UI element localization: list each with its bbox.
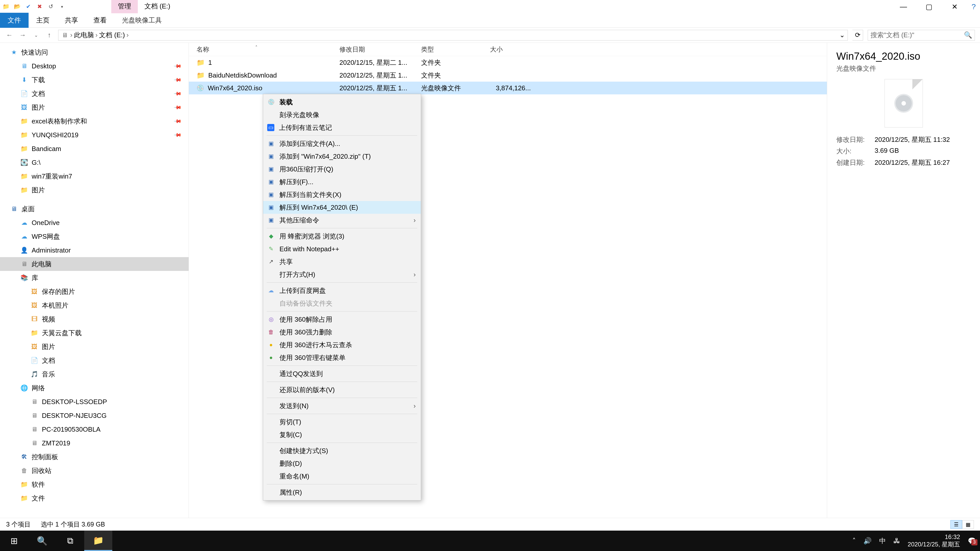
ctx-delete[interactable]: 删除(D) xyxy=(263,457,421,470)
tree-network-pc[interactable]: 🖥DESKTOP-LSSOEDP xyxy=(0,395,189,409)
tree-network[interactable]: 🌐网络 xyxy=(0,381,189,395)
column-name[interactable]: 名称˄ xyxy=(189,45,339,54)
qat-delete-icon[interactable]: ✖ xyxy=(36,3,43,11)
tree-quick-access[interactable]: ★快速访问 xyxy=(0,45,189,59)
tray-network-icon[interactable]: 🖧 xyxy=(894,537,900,545)
tree-onedrive[interactable]: ☁OneDrive xyxy=(0,216,189,230)
search-input[interactable]: 搜索"文档 (E:)" 🔍 xyxy=(868,30,975,41)
ctx-copy[interactable]: 复制(C) xyxy=(263,428,421,441)
close-button[interactable]: ✕ xyxy=(942,0,967,13)
minimize-button[interactable]: — xyxy=(891,0,916,13)
tree-lib-item[interactable]: 📄文档 xyxy=(0,354,189,367)
tree-folder[interactable]: 📁YUNQISHI2019📌 xyxy=(0,128,189,142)
tree-user[interactable]: 👤Administrator xyxy=(0,243,189,257)
tree-lib-item[interactable]: 🖼保存的图片 xyxy=(0,285,189,299)
tray-clock[interactable]: 16:32 2020/12/25, 星期五 xyxy=(908,534,960,548)
column-size[interactable]: 大小 xyxy=(490,45,541,54)
ctx-properties[interactable]: 属性(R) xyxy=(263,486,421,499)
ctx-bee-browser[interactable]: ◆用 蜂蜜浏览器 浏览(3) xyxy=(263,230,421,243)
maximize-button[interactable]: ▢ xyxy=(916,0,942,13)
ribbon-tab-share[interactable]: 共享 xyxy=(57,13,86,28)
tray-ime[interactable]: 中 xyxy=(879,537,886,545)
ctx-notepad-pp[interactable]: ✎Edit with Notepad++ xyxy=(263,243,421,256)
start-button[interactable]: ⊞ xyxy=(0,530,28,551)
ctx-restore-version[interactable]: 还原以前的版本(V) xyxy=(263,383,421,396)
nav-forward-button[interactable]: → xyxy=(18,31,27,39)
tree-downloads[interactable]: ⬇下载📌 xyxy=(0,73,189,87)
nav-up-button[interactable]: ↑ xyxy=(45,31,54,39)
tree-desktop-root[interactable]: 🖥桌面 xyxy=(0,202,189,216)
breadcrumb-item[interactable]: 此电脑 xyxy=(74,30,94,40)
tree-recycle[interactable]: 🗑回收站 xyxy=(0,464,189,478)
tree-desktop[interactable]: 🖥Desktop📌 xyxy=(0,59,189,73)
tree-lib-item[interactable]: 🎞视频 xyxy=(0,312,189,326)
tree-lib-item[interactable]: 🖼本机照片 xyxy=(0,299,189,312)
tree-folder[interactable]: 📁文件 xyxy=(0,491,189,505)
file-row[interactable]: 📁1 2020/12/15, 星期二 1... 文件夹 xyxy=(189,56,827,69)
tree-control-panel[interactable]: 🛠控制面板 xyxy=(0,450,189,464)
ctx-extract-named[interactable]: ▣解压到 Win7x64_2020\ (E) xyxy=(263,201,421,214)
ctx-rename[interactable]: 重命名(M) xyxy=(263,470,421,483)
qat-undo-icon[interactable]: ↺ xyxy=(47,3,55,11)
ctx-360-menu[interactable]: ●使用 360管理右键菜单 xyxy=(263,351,421,364)
file-row-selected[interactable]: 💿Win7x64_2020.iso 2020/12/25, 星期五 1... 光… xyxy=(189,82,827,94)
ctx-create-shortcut[interactable]: 创建快捷方式(S) xyxy=(263,445,421,457)
help-button[interactable]: ? xyxy=(967,0,980,13)
ctx-360-scan[interactable]: ●使用 360进行木马云查杀 xyxy=(263,338,421,351)
ctx-360-unlock[interactable]: ◎使用 360解除占用 xyxy=(263,313,421,326)
nav-back-button[interactable]: ← xyxy=(5,31,14,39)
ctx-baidu-upload[interactable]: ☁上传到百度网盘 xyxy=(263,284,421,297)
ctx-add-zip[interactable]: ▣添加到 "Win7x64_2020.zip" (T) xyxy=(263,150,421,163)
breadcrumb-item[interactable]: 文档 (E:) xyxy=(99,30,125,40)
ctx-cut[interactable]: 剪切(T) xyxy=(263,416,421,428)
column-date[interactable]: 修改日期 xyxy=(339,45,421,54)
tree-wps[interactable]: ☁WPS网盘 xyxy=(0,230,189,243)
tree-lib-item[interactable]: 🖼图片 xyxy=(0,340,189,354)
ribbon-tab-view[interactable]: 查看 xyxy=(86,13,115,28)
tray-volume-icon[interactable]: 🔊 xyxy=(863,537,872,545)
ctx-extract-here[interactable]: ▣解压到当前文件夹(X) xyxy=(263,188,421,201)
ctx-360-delete[interactable]: 🗑使用 360强力删除 xyxy=(263,326,421,338)
ctx-mount[interactable]: 💿装载 xyxy=(263,96,421,108)
ctx-open-360[interactable]: ▣用360压缩打开(Q) xyxy=(263,163,421,176)
tree-lib-item[interactable]: 📁天翼云盘下载 xyxy=(0,326,189,340)
tree-folder[interactable]: 📁图片 xyxy=(0,183,189,197)
breadcrumb-dropdown[interactable]: ⌄ xyxy=(839,31,845,39)
ctx-burn[interactable]: 刻录光盘映像 xyxy=(263,108,421,121)
ribbon-tab-iso[interactable]: 光盘映像工具 xyxy=(115,13,169,28)
search-button[interactable]: 🔍 xyxy=(28,530,56,551)
ctx-youdao[interactable]: ▭上传到有道云笔记 xyxy=(263,121,421,134)
taskbar-explorer[interactable]: 📁 xyxy=(84,530,112,551)
qat-open-icon[interactable]: 📂 xyxy=(13,3,21,11)
tree-drive[interactable]: 💽G:\ xyxy=(0,156,189,169)
tree-this-pc[interactable]: 🖥此电脑 xyxy=(0,257,189,271)
tree-network-pc[interactable]: 🖥ZMT2019 xyxy=(0,436,189,450)
qat-dropdown-icon[interactable]: ▾ xyxy=(58,3,66,11)
tree-network-pc[interactable]: 🖥DESKTOP-NJEU3CG xyxy=(0,409,189,422)
tree-folder[interactable]: 📁Bandicam xyxy=(0,142,189,156)
tree-lib-item[interactable]: 🎵音乐 xyxy=(0,367,189,381)
ribbon-tab-file[interactable]: 文件 xyxy=(0,13,29,28)
view-icons-button[interactable]: ▦ xyxy=(962,520,974,529)
tray-action-center-icon[interactable]: 💬 xyxy=(968,537,976,545)
tray-chevron-icon[interactable]: ˄ xyxy=(853,537,856,545)
ctx-qq-send[interactable]: 通过QQ发送到 xyxy=(263,367,421,380)
ctx-share[interactable]: ↗共享 xyxy=(263,256,421,268)
task-view-button[interactable]: ⧉ xyxy=(56,530,84,551)
tree-folder[interactable]: 📁excel表格制作求和📌 xyxy=(0,114,189,128)
ctx-send-to[interactable]: 发送到(N)› xyxy=(263,400,421,412)
view-details-button[interactable]: ☰ xyxy=(950,520,962,529)
tree-documents[interactable]: 📄文档📌 xyxy=(0,87,189,100)
qat-check-icon[interactable]: ✔ xyxy=(24,3,32,11)
contextual-tab-manage[interactable]: 管理 xyxy=(111,0,138,13)
nav-history-dropdown[interactable]: ⌄ xyxy=(32,32,40,38)
ctx-other-compress[interactable]: ▣其他压缩命令› xyxy=(263,214,421,227)
ctx-open-with[interactable]: 打开方式(H)› xyxy=(263,268,421,281)
file-row[interactable]: 📁BaiduNetdiskDownload 2020/12/25, 星期五 1.… xyxy=(189,69,827,82)
tree-folder[interactable]: 📁win7重装win7 xyxy=(0,169,189,183)
column-type[interactable]: 类型 xyxy=(421,45,490,54)
tree-libraries[interactable]: 📚库 xyxy=(0,271,189,285)
ctx-add-archive[interactable]: ▣添加到压缩文件(A)... xyxy=(263,137,421,150)
tree-pictures[interactable]: 🖼图片📌 xyxy=(0,100,189,114)
ribbon-tab-home[interactable]: 主页 xyxy=(29,13,57,28)
